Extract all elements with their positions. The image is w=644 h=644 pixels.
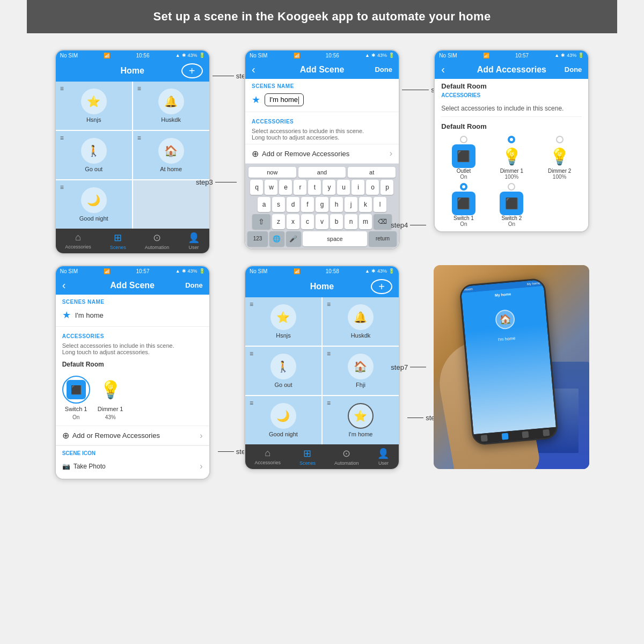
scene-name-input-2[interactable]: I'm home [265, 93, 304, 106]
home-cell-fhji-5[interactable]: ≡ 🏠 Fhji [323, 347, 399, 395]
key-n[interactable]: n [345, 214, 357, 229]
scene-name-value-2: I'm home [269, 96, 298, 104]
default-room-sub-3: Default Room [435, 119, 588, 131]
key-now[interactable]: now [248, 167, 296, 178]
key-l[interactable]: l [374, 197, 386, 212]
nav-bar-2: ‹ Add Scene Done [245, 60, 399, 79]
home-cell-goodnight[interactable]: ≡ 🌙 Good night [56, 180, 132, 229]
nav-bar-1: Home + [56, 60, 209, 82]
accessories-grid-3: ⬛ Outlet On 💡 Dimmer 1 100% [435, 131, 588, 231]
home-cell-hsnjs-5[interactable]: ≡ ⭐ Hsnjs [245, 297, 321, 346]
key-s[interactable]: s [272, 197, 285, 212]
key-h[interactable]: h [330, 197, 343, 212]
home-cell-goodnight-5[interactable]: ≡ 🌙 Good night [245, 396, 321, 444]
key-q[interactable]: q [250, 180, 263, 195]
time-2: 10:56 [326, 53, 339, 58]
step3-annotation: step3 [196, 178, 237, 186]
plus-circle-icon-2: ⊕ [252, 149, 259, 159]
key-m[interactable]: m [359, 214, 372, 229]
phone-screen2: No SIM 📶 10:56 ▲✱43%🔋 ‹ Add Scene Done S… [244, 49, 400, 250]
back-btn-4[interactable]: ‹ [62, 279, 84, 291]
key-z[interactable]: z [272, 214, 285, 229]
key-r[interactable]: r [294, 180, 306, 195]
cell-step4: No SIM 📶 10:57 ▲✱43%🔋 ‹ Add Accessories … [422, 49, 601, 254]
tab-user-5[interactable]: 👤 User [377, 448, 389, 466]
outlet-name: Outlet [457, 168, 471, 174]
tab-accessories-5[interactable]: ⌂ Accessories [254, 448, 281, 466]
keyboard-2: now and at qwertyuiop asdfghjkl ⇧ zxcv [245, 164, 399, 248]
cell-step5: No SIM 📶 10:57 ▲✱43%🔋 ‹ Add Scene Done S… [43, 265, 222, 480]
home-cell-huskdk-5[interactable]: ≡ 🔔 Huskdk [323, 297, 399, 346]
key-j[interactable]: j [345, 197, 357, 212]
tab-scenes-1[interactable]: ⊞ Scenes [110, 232, 126, 250]
home-cell-athome[interactable]: ≡ 🏠 At home [133, 131, 209, 179]
home-cell-hsnjs[interactable]: ≡ ⭐ Hsnjs [56, 82, 132, 130]
key-p[interactable]: p [380, 180, 393, 195]
key-t[interactable]: t [308, 180, 321, 195]
key-f[interactable]: f [301, 197, 314, 212]
key-i[interactable]: i [352, 180, 364, 195]
nav-title-3: Add Accessories [463, 65, 560, 75]
dimmer1-scene-item[interactable]: 💡 Dimmer 1 43% [97, 376, 125, 420]
key-123[interactable]: 123 [247, 231, 268, 246]
back-btn-3[interactable]: ‹ [441, 63, 463, 76]
home-grid-1: ≡ ⭐ Hsnjs ≡ 🔔 Huskdk ≡ 🚶 Go out [56, 82, 209, 229]
home-cell-goout-5[interactable]: ≡ 🚶 Go out [245, 347, 321, 395]
add-scene-btn-1[interactable]: + [181, 63, 203, 78]
key-globe[interactable]: 🌐 [269, 231, 284, 246]
keyboard-row-1: qwertyuiop [245, 179, 399, 196]
home-cell-huskdk[interactable]: ≡ 🔔 Huskdk [133, 82, 209, 130]
key-o[interactable]: o [366, 180, 379, 195]
acc-item-dimmer1[interactable]: 💡 Dimmer 1 100% [489, 136, 534, 180]
accessories-label-4: ACCESSORIES [56, 329, 209, 340]
key-return[interactable]: return [369, 231, 397, 246]
add-scene-btn-5[interactable]: + [371, 279, 392, 294]
key-and[interactable]: and [298, 167, 346, 178]
scene-desc-4: Select accessories to include in this sc… [56, 340, 209, 358]
acc-item-switch2[interactable]: ⬛ Switch 2 On [489, 183, 534, 227]
acc-item-dimmer2[interactable]: 💡 Dimmer 2 100% [537, 136, 582, 180]
key-mic[interactable]: 🎤 [286, 231, 301, 246]
nav-bar-5: Home + [245, 276, 399, 297]
key-space[interactable]: space [303, 231, 367, 246]
take-photo-row[interactable]: 📷 Take Photo › [62, 458, 203, 474]
home-cell-empty [133, 180, 209, 229]
add-remove-row-4[interactable]: ⊕ Add or Remove Accessories › [56, 426, 209, 445]
key-b[interactable]: b [330, 214, 343, 229]
status-bar-3: No SIM 📶 10:57 ▲✱43%🔋 [435, 50, 588, 60]
cell-step7: Room My home My home 🏠 I'm home [422, 265, 601, 480]
key-c[interactable]: c [301, 214, 314, 229]
key-a[interactable]: a [258, 197, 270, 212]
key-u[interactable]: u [337, 180, 350, 195]
acc-item-switch1[interactable]: ⬛ Switch 1 On [441, 183, 486, 227]
tab-accessories-1[interactable]: ⌂ Accessories [65, 232, 91, 250]
done-btn-2[interactable]: Done [371, 65, 392, 74]
key-d[interactable]: d [287, 197, 299, 212]
acc-item-outlet[interactable]: ⬛ Outlet On [441, 136, 486, 180]
key-g[interactable]: g [316, 197, 328, 212]
home-cell-goout[interactable]: ≡ 🚶 Go out [56, 131, 132, 179]
tab-user-1[interactable]: 👤 User [188, 232, 200, 250]
key-e[interactable]: e [279, 180, 292, 195]
nav-bar-4: ‹ Add Scene Done [56, 276, 209, 295]
step7-label: step7 [391, 363, 408, 371]
tab-automation-1[interactable]: ⊙ Automation [145, 232, 170, 250]
home-cell-imhome-5[interactable]: ≡ ⭐ I'm home [323, 396, 399, 444]
key-shift[interactable]: ⇧ [252, 214, 270, 229]
phone-in-hand: Room My home My home 🏠 I'm home [459, 278, 559, 446]
done-btn-3[interactable]: Done [560, 65, 582, 74]
key-at[interactable]: at [348, 167, 396, 178]
key-y[interactable]: y [323, 180, 335, 195]
tab-automation-5[interactable]: ⊙ Automation [334, 448, 359, 466]
home-grid-5: ≡ ⭐ Hsnjs ≡ 🔔 Huskdk ≡ 🚶 Go out [245, 297, 399, 444]
switch1-scene-item[interactable]: ⬛ Switch 1 On [62, 376, 90, 420]
done-btn-4[interactable]: Done [181, 281, 203, 289]
key-backspace[interactable]: ⌫ [374, 214, 392, 229]
tab-scenes-5[interactable]: ⊞ Scenes [299, 448, 316, 466]
back-btn-2[interactable]: ‹ [252, 63, 273, 76]
key-v[interactable]: v [316, 214, 328, 229]
key-x[interactable]: x [287, 214, 299, 229]
key-w[interactable]: w [265, 180, 277, 195]
add-remove-row-2[interactable]: ⊕ Add or Remove Accessories › [245, 144, 399, 164]
key-k[interactable]: k [359, 197, 372, 212]
